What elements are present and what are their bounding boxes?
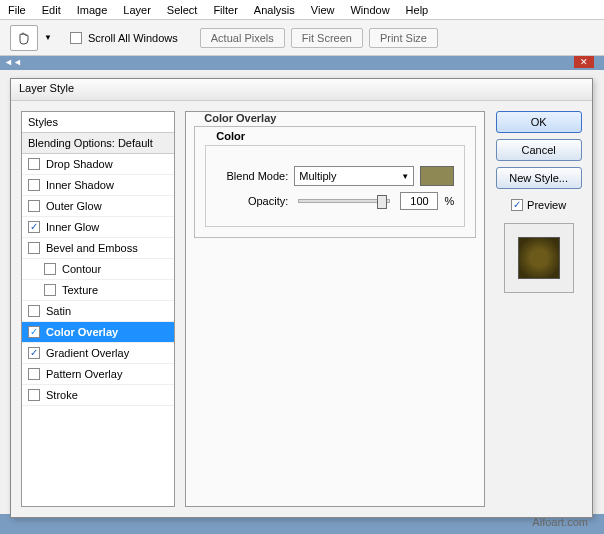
style-label: Inner Glow — [46, 221, 99, 233]
style-label: Texture — [62, 284, 98, 296]
style-label: Gradient Overlay — [46, 347, 129, 359]
menu-analysis[interactable]: Analysis — [246, 2, 303, 18]
style-row-pattern-overlay[interactable]: Pattern Overlay — [22, 364, 174, 385]
document-tab-strip: ◄◄ ✕ — [0, 56, 604, 70]
layer-style-dialog: Layer Style Styles Blending Options: Def… — [10, 78, 593, 518]
style-checkbox[interactable] — [44, 284, 56, 296]
style-checkbox[interactable] — [28, 242, 40, 254]
blend-mode-label: Blend Mode: — [216, 170, 288, 182]
slider-thumb[interactable] — [377, 195, 387, 209]
style-row-inner-glow[interactable]: Inner Glow — [22, 217, 174, 238]
menu-image[interactable]: Image — [69, 2, 116, 18]
preview-checkbox[interactable] — [511, 199, 523, 211]
chevron-down-icon: ▼ — [401, 172, 409, 181]
actual-pixels-button[interactable]: Actual Pixels — [200, 28, 285, 48]
style-row-drop-shadow[interactable]: Drop Shadow — [22, 154, 174, 175]
color-swatch[interactable] — [420, 166, 454, 186]
style-row-contour[interactable]: Contour — [22, 259, 174, 280]
group-title: Color — [212, 130, 249, 142]
watermark: Alfoart.com — [532, 516, 588, 528]
scroll-all-label: Scroll All Windows — [88, 32, 178, 44]
scroll-all-checkbox[interactable] — [70, 32, 82, 44]
menu-layer[interactable]: Layer — [115, 2, 159, 18]
style-checkbox[interactable] — [28, 389, 40, 401]
menu-window[interactable]: Window — [342, 2, 397, 18]
style-checkbox[interactable] — [44, 263, 56, 275]
style-label: Pattern Overlay — [46, 368, 122, 380]
opacity-slider[interactable] — [298, 199, 390, 203]
styles-header[interactable]: Styles — [22, 112, 174, 133]
close-tab-icon[interactable]: ✕ — [574, 56, 594, 68]
style-checkbox[interactable] — [28, 200, 40, 212]
style-label: Inner Shadow — [46, 179, 114, 191]
fit-screen-button[interactable]: Fit Screen — [291, 28, 363, 48]
style-label: Stroke — [46, 389, 78, 401]
style-label: Satin — [46, 305, 71, 317]
opacity-value[interactable]: 100 — [400, 192, 438, 210]
style-checkbox[interactable] — [28, 347, 40, 359]
preview-thumb — [518, 237, 560, 279]
settings-panel: Color Overlay Color Blend Mode: Multiply… — [185, 111, 485, 507]
menu-filter[interactable]: Filter — [205, 2, 245, 18]
menu-view[interactable]: View — [303, 2, 343, 18]
preview-box — [504, 223, 574, 293]
dialog-title: Layer Style — [11, 79, 592, 101]
style-row-outer-glow[interactable]: Outer Glow — [22, 196, 174, 217]
style-label: Outer Glow — [46, 200, 102, 212]
preview-label: Preview — [527, 199, 566, 211]
style-row-satin[interactable]: Satin — [22, 301, 174, 322]
style-checkbox[interactable] — [28, 368, 40, 380]
style-checkbox[interactable] — [28, 305, 40, 317]
cancel-button[interactable]: Cancel — [496, 139, 582, 161]
blend-mode-dropdown[interactable]: Multiply ▼ — [294, 166, 414, 186]
style-checkbox[interactable] — [28, 326, 40, 338]
style-row-texture[interactable]: Texture — [22, 280, 174, 301]
style-label: Bevel and Emboss — [46, 242, 138, 254]
tool-dropdown-arrow[interactable]: ▼ — [44, 33, 52, 42]
style-label: Color Overlay — [46, 326, 118, 338]
style-row-gradient-overlay[interactable]: Gradient Overlay — [22, 343, 174, 364]
menu-select[interactable]: Select — [159, 2, 206, 18]
blending-options-header[interactable]: Blending Options: Default — [22, 133, 174, 154]
blend-mode-value: Multiply — [299, 170, 336, 182]
style-row-inner-shadow[interactable]: Inner Shadow — [22, 175, 174, 196]
style-row-bevel-and-emboss[interactable]: Bevel and Emboss — [22, 238, 174, 259]
menu-bar: File Edit Image Layer Select Filter Anal… — [0, 0, 604, 20]
style-checkbox[interactable] — [28, 179, 40, 191]
print-size-button[interactable]: Print Size — [369, 28, 438, 48]
menu-edit[interactable]: Edit — [34, 2, 69, 18]
dialog-buttons: OK Cancel New Style... Preview — [495, 111, 582, 507]
opacity-unit: % — [444, 195, 454, 207]
hand-tool-icon[interactable] — [10, 25, 38, 51]
options-bar: ▼ Scroll All Windows Actual Pixels Fit S… — [0, 20, 604, 56]
panel-title: Color Overlay — [200, 112, 280, 124]
menu-help[interactable]: Help — [398, 2, 437, 18]
style-row-stroke[interactable]: Stroke — [22, 385, 174, 406]
style-checkbox[interactable] — [28, 221, 40, 233]
tab-scroll-arrows[interactable]: ◄◄ — [4, 57, 22, 67]
styles-list: Styles Blending Options: Default Drop Sh… — [21, 111, 175, 507]
style-row-color-overlay[interactable]: Color Overlay — [22, 322, 174, 343]
style-label: Contour — [62, 263, 101, 275]
new-style-button[interactable]: New Style... — [496, 167, 582, 189]
ok-button[interactable]: OK — [496, 111, 582, 133]
style-label: Drop Shadow — [46, 158, 113, 170]
menu-file[interactable]: File — [0, 2, 34, 18]
opacity-label: Opacity: — [216, 195, 288, 207]
style-checkbox[interactable] — [28, 158, 40, 170]
